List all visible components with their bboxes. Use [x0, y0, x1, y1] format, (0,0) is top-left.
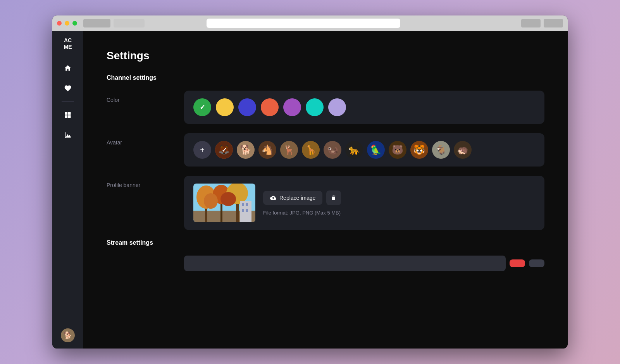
delete-banner-button[interactable]	[326, 191, 341, 205]
svg-rect-11	[242, 203, 244, 206]
avatar-option-panther[interactable]: 🐆	[345, 141, 363, 159]
color-card	[184, 91, 544, 124]
traffic-light-red[interactable]	[57, 21, 62, 26]
color-option-4[interactable]	[283, 98, 301, 116]
avatar-option-goat[interactable]: 🐐	[432, 141, 450, 159]
traffic-light-green[interactable]	[72, 21, 77, 26]
banner-control: Replace image File format: JPG, PNG (Max…	[184, 176, 544, 230]
sidebar-logo: AC ME	[64, 37, 72, 50]
banner-actions: Replace image File format: JPG, PNG (Max…	[263, 191, 341, 216]
chart-icon	[64, 131, 72, 139]
avatar-option-deer[interactable]: 🦌	[280, 141, 298, 159]
add-avatar-button[interactable]: +	[193, 141, 211, 159]
banner-card: Replace image File format: JPG, PNG (Max…	[184, 176, 544, 230]
stream-input[interactable]	[184, 256, 506, 271]
avatar-option-dog[interactable]: 🐕	[237, 141, 255, 159]
browser-control-1[interactable]	[521, 19, 541, 27]
color-settings-row: Color	[107, 91, 544, 124]
browser-titlebar	[52, 15, 568, 31]
avatar-option-selected-fox[interactable]: 🦊	[215, 141, 233, 159]
color-grid	[193, 98, 535, 116]
browser-tab[interactable]	[83, 19, 110, 27]
avatar-emoji: 🐕	[64, 331, 72, 340]
stream-settings-row	[107, 256, 544, 271]
banner-buttons: Replace image	[263, 191, 341, 205]
color-option-5[interactable]	[306, 98, 324, 116]
browser-tab-area	[83, 19, 145, 27]
avatar-option-tiger[interactable]: 🐯	[410, 141, 428, 159]
stream-label	[107, 256, 184, 262]
svg-rect-12	[246, 203, 248, 206]
color-option-1[interactable]	[216, 98, 234, 116]
traffic-light-yellow[interactable]	[65, 21, 69, 26]
avatar-card: + 🦊🐕🐴🦌🦒🦦🐆🦜🐻🐯🐐🦔	[184, 133, 544, 167]
replace-image-label: Replace image	[279, 195, 315, 201]
stream-control	[184, 256, 544, 271]
browser-address-bar[interactable]	[207, 19, 400, 28]
svg-point-8	[204, 193, 218, 209]
browser-tab-active[interactable]	[114, 19, 145, 27]
avatar-option-parrot[interactable]: 🦜	[367, 141, 385, 159]
home-icon	[64, 64, 72, 72]
color-option-3[interactable]	[261, 98, 279, 116]
svg-rect-14	[246, 209, 248, 212]
heart-icon	[64, 84, 72, 92]
color-option-6[interactable]	[328, 98, 346, 116]
sidebar-item-favorites[interactable]	[59, 80, 76, 97]
browser-window: AC ME	[52, 15, 568, 349]
main-content: Settings Channel settings Color Avatar	[83, 31, 568, 349]
color-option-2[interactable]	[238, 98, 256, 116]
avatar-option-bear[interactable]: 🐻	[389, 141, 406, 159]
banner-settings-row: Profile banner	[107, 176, 544, 230]
stream-button-primary[interactable]	[510, 259, 525, 267]
banner-image	[193, 184, 255, 222]
stream-bottom-bar	[184, 256, 544, 271]
file-hint: File format: JPG, PNG (Max 5 MB)	[263, 210, 341, 216]
avatar-settings-row: Avatar + 🦊🐕🐴🦌🦒🦦🐆🦜🐻🐯🐐🦔	[107, 133, 544, 167]
avatar-grid: + 🦊🐕🐴🦌🦒🦦🐆🦜🐻🐯🐐🦔	[193, 141, 535, 159]
app-body: AC ME	[52, 31, 568, 349]
sidebar: AC ME	[52, 31, 83, 349]
sidebar-item-chart[interactable]	[59, 127, 76, 144]
avatar-option-horse[interactable]: 🐴	[258, 141, 276, 159]
sidebar-nav	[59, 60, 76, 328]
browser-controls-right	[521, 19, 563, 27]
color-label: Color	[107, 91, 184, 103]
channel-settings-title: Channel settings	[107, 74, 544, 81]
svg-point-9	[220, 192, 236, 206]
trash-icon	[331, 195, 337, 201]
page-title: Settings	[107, 50, 544, 62]
color-control	[184, 91, 544, 124]
banner-label: Profile banner	[107, 176, 184, 188]
replace-image-button[interactable]: Replace image	[263, 191, 322, 205]
avatar-option-hedgehog[interactable]: 🦔	[454, 141, 472, 159]
sidebar-avatar[interactable]: 🐕	[61, 328, 75, 342]
sidebar-item-home[interactable]	[59, 60, 76, 77]
browser-control-2[interactable]	[544, 19, 563, 27]
avatar-option-otter[interactable]: 🦦	[324, 141, 341, 159]
grid-icon	[64, 111, 72, 119]
stream-settings-title: Stream settings	[107, 239, 544, 246]
sidebar-item-grid[interactable]	[59, 106, 76, 124]
color-option-0[interactable]	[193, 98, 211, 116]
avatar-label: Avatar	[107, 133, 184, 146]
svg-rect-13	[242, 209, 244, 212]
stream-button-secondary[interactable]	[529, 259, 544, 267]
upload-icon	[270, 195, 276, 201]
banner-preview	[193, 184, 255, 222]
sidebar-divider	[62, 101, 74, 102]
avatar-option-giraffe[interactable]: 🦒	[302, 141, 320, 159]
avatar-control: + 🦊🐕🐴🦌🦒🦦🐆🦜🐻🐯🐐🦔	[184, 133, 544, 167]
